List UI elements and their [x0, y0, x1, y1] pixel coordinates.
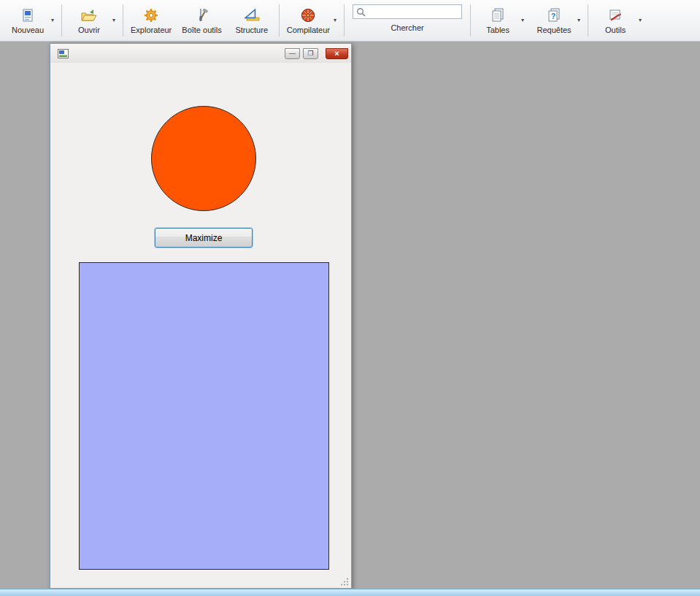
minimize-button[interactable]: — — [285, 48, 300, 59]
set-square-icon — [244, 7, 260, 23]
gear-icon — [144, 7, 158, 23]
form-window: — ❐ × Maximize — [50, 43, 352, 589]
toolbar-item-ouvrir[interactable]: Ouvrir ▾ — [64, 0, 120, 41]
search-label: Chercher — [391, 23, 423, 32]
toolbar-search-group: Chercher — [347, 0, 468, 41]
maximize-button[interactable]: Maximize — [155, 228, 253, 248]
document-pen-icon — [608, 7, 623, 23]
tools-icon — [195, 7, 209, 23]
search-box[interactable] — [353, 4, 462, 19]
toolbar-item-explorateur[interactable]: Explorateur — [126, 0, 177, 41]
chevron-down-icon[interactable]: ▾ — [112, 18, 115, 23]
maximize-window-button[interactable]: ❐ — [303, 48, 318, 59]
toolbar-separator — [344, 4, 345, 37]
toolbar-item-label: Compilateur — [287, 26, 330, 34]
toolbar-item-label: Requêtes — [537, 26, 572, 34]
toolbar-item-label: Explorateur — [131, 26, 172, 34]
toolbar-item-label: Structure — [235, 26, 268, 34]
rectangle-shape — [79, 262, 329, 570]
open-folder-icon — [81, 7, 97, 23]
toolbar-separator — [470, 4, 471, 37]
svg-text:?: ? — [551, 12, 555, 20]
toolbar-separator — [279, 4, 280, 37]
main-toolbar: Nouveau ▾ Ouvrir ▾ Explorateur Boîte out… — [0, 0, 700, 42]
search-input[interactable] — [368, 7, 458, 17]
toolbar-item-label: Boîte outils — [182, 26, 221, 34]
desktop-area: { "app": { "background_color": "#ababab"… — [0, 0, 700, 596]
toolbar-item-outils[interactable]: Outils ▾ — [591, 0, 647, 41]
chevron-down-icon[interactable]: ▾ — [577, 18, 580, 23]
toolbar-item-nouveau[interactable]: Nouveau ▾ — [3, 0, 59, 41]
toolbar-item-label: Ouvrir — [78, 26, 100, 34]
toolbar-item-tables[interactable]: Tables ▾ — [473, 0, 529, 41]
toolbar-item-compilateur[interactable]: Compilateur ▾ — [282, 0, 342, 41]
compass-icon — [301, 7, 315, 23]
search-icon — [356, 7, 366, 17]
toolbar-item-structure[interactable]: Structure — [227, 0, 277, 41]
documents-icon — [491, 7, 505, 23]
toolbar-item-label: Tables — [486, 26, 509, 34]
toolbar-item-label: Outils — [605, 26, 626, 34]
documents-question-icon: ? — [547, 7, 561, 23]
close-button[interactable]: × — [326, 48, 348, 59]
toolbar-item-label: Nouveau — [12, 26, 44, 34]
toolbar-item-boite-outils[interactable]: Boîte outils — [177, 0, 226, 41]
ellipse-shape — [151, 106, 256, 211]
chevron-down-icon[interactable]: ▾ — [334, 18, 336, 23]
taskbar-strip — [0, 589, 700, 596]
resize-grip-icon[interactable] — [340, 578, 349, 587]
chevron-down-icon[interactable]: ▾ — [521, 18, 524, 23]
toolbar-separator — [61, 4, 62, 37]
window-controls: — ❐ × — [285, 45, 348, 59]
toolbar-item-requetes[interactable]: ? Requêtes ▾ — [529, 0, 585, 41]
chevron-down-icon[interactable]: ▾ — [51, 18, 54, 23]
window-titlebar[interactable]: — ❐ × — [50, 44, 351, 63]
chevron-down-icon[interactable]: ▾ — [639, 18, 642, 23]
new-document-icon — [21, 7, 34, 23]
window-icon — [58, 49, 69, 58]
toolbar-separator — [123, 4, 123, 37]
toolbar-separator — [588, 4, 588, 37]
